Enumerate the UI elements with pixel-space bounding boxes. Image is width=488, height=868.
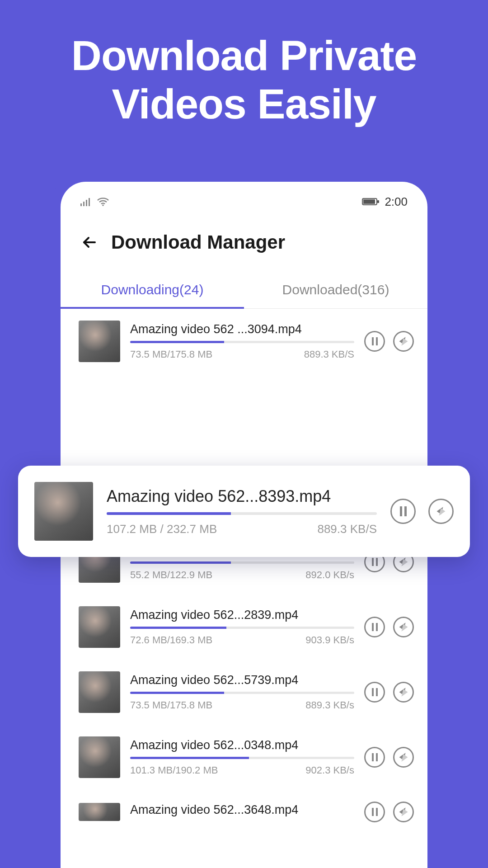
pause-icon <box>372 753 378 761</box>
download-info: Amazing video 562...8393.mp4 107.2 MB / … <box>107 487 377 536</box>
pause-icon <box>372 623 378 631</box>
pause-button[interactable] <box>364 802 385 822</box>
download-speed: 903.9 KB/s <box>305 634 354 646</box>
progress-bar <box>107 512 377 515</box>
compass-icon <box>397 556 410 568</box>
page-title: Download Manager <box>111 231 285 253</box>
video-thumbnail <box>79 803 120 821</box>
download-speed: 889.3 KB/s <box>305 699 354 711</box>
download-row[interactable]: Amazing video 562...5739.mp4 73.5 MB/175… <box>61 660 427 725</box>
progress-bar <box>130 341 354 343</box>
download-speed: 889.3 KB/S <box>304 349 354 360</box>
download-row-highlighted[interactable]: Amazing video 562...8393.mp4 107.2 MB / … <box>18 466 470 557</box>
row-actions <box>390 499 454 524</box>
browse-button[interactable] <box>393 682 414 703</box>
video-thumbnail <box>34 482 93 541</box>
row-actions <box>364 747 414 768</box>
progress-fill <box>107 512 231 515</box>
pause-button[interactable] <box>390 499 416 524</box>
pause-button[interactable] <box>364 331 385 352</box>
hero-headline: Download Private Videos Easily <box>0 0 488 128</box>
file-name: Amazing video 562 ...3094.mp4 <box>130 322 354 336</box>
download-speed: 892.0 KB/s <box>305 569 354 581</box>
progress-fill <box>130 692 224 694</box>
compass-icon <box>397 335 410 348</box>
back-button[interactable] <box>79 231 100 253</box>
pause-icon <box>372 808 378 816</box>
compass-icon <box>397 806 410 818</box>
file-size: 73.5 MB/175.8 MB <box>130 699 212 711</box>
browse-button[interactable] <box>428 499 454 524</box>
download-row[interactable]: Amazing video 562...2839.mp4 72.6 MB/169… <box>61 594 427 660</box>
video-thumbnail <box>79 606 120 648</box>
browse-button[interactable] <box>393 802 414 822</box>
tab-downloading[interactable]: Downloading(24) <box>61 272 244 308</box>
download-meta: 107.2 MB / 232.7 MB 889.3 KB/S <box>107 522 377 536</box>
svg-rect-7 <box>377 200 379 203</box>
download-speed: 889.3 KB/S <box>317 522 377 536</box>
progress-bar <box>130 692 354 694</box>
download-speed: 902.3 KB/s <box>305 764 354 776</box>
download-row[interactable]: Amazing video 562 ...3094.mp4 73.5 MB/17… <box>61 309 427 374</box>
hero-line2: Videos Easily <box>0 80 488 128</box>
svg-rect-1 <box>83 202 84 206</box>
file-size: 72.6 MB/169.3 MB <box>130 634 212 646</box>
progress-bar <box>130 627 354 629</box>
progress-fill <box>130 341 224 343</box>
tab-downloaded[interactable]: Downloaded(316) <box>244 272 427 308</box>
compass-icon <box>435 505 447 518</box>
status-time: 2:00 <box>385 195 408 209</box>
svg-rect-3 <box>89 198 90 206</box>
file-size: 107.2 MB / 232.7 MB <box>107 522 217 536</box>
row-actions <box>364 802 414 822</box>
download-info: Amazing video 562...0348.mp4 101.3 MB/19… <box>130 738 354 776</box>
video-thumbnail <box>79 736 120 778</box>
download-row[interactable]: Amazing video 562...3648.mp4 <box>61 790 427 822</box>
status-bar: 2:00 <box>61 182 427 213</box>
pause-icon <box>400 506 407 516</box>
browse-button[interactable] <box>393 747 414 768</box>
row-actions <box>364 682 414 703</box>
file-size: 73.5 MB/175.8 MB <box>130 349 212 360</box>
progress-fill <box>130 627 226 629</box>
app-header: Download Manager <box>61 213 427 262</box>
svg-rect-0 <box>80 203 82 206</box>
svg-rect-6 <box>363 199 375 204</box>
battery-icon <box>362 197 380 206</box>
wifi-icon <box>97 197 109 206</box>
download-meta: 72.6 MB/169.3 MB 903.9 KB/s <box>130 634 354 646</box>
pause-icon <box>372 337 378 345</box>
download-info: Amazing video 562...2839.mp4 72.6 MB/169… <box>130 608 354 646</box>
video-thumbnail <box>79 321 120 362</box>
file-name: Amazing video 562...2839.mp4 <box>130 608 354 622</box>
row-actions <box>364 617 414 637</box>
file-name: Amazing video 562...5739.mp4 <box>130 673 354 687</box>
download-info: Amazing video 562...5739.mp4 73.5 MB/175… <box>130 673 354 711</box>
download-meta: 55.2 MB/122.9 MB 892.0 KB/s <box>130 569 354 581</box>
pause-button[interactable] <box>364 682 385 703</box>
row-actions <box>364 331 414 352</box>
arrow-left-icon <box>80 233 99 251</box>
svg-point-4 <box>102 204 104 206</box>
download-meta: 73.5 MB/175.8 MB 889.3 KB/S <box>130 349 354 360</box>
download-info: Amazing video 562...3648.mp4 <box>130 803 354 821</box>
file-size: 55.2 MB/122.9 MB <box>130 569 212 581</box>
pause-button[interactable] <box>364 747 385 768</box>
svg-rect-2 <box>86 200 87 206</box>
compass-icon <box>397 751 410 764</box>
browse-button[interactable] <box>393 331 414 352</box>
file-name: Amazing video 562...8393.mp4 <box>107 487 377 506</box>
pause-icon <box>372 558 378 566</box>
compass-icon <box>397 686 410 698</box>
download-meta: 101.3 MB/190.2 MB 902.3 KB/s <box>130 764 354 776</box>
file-name: Amazing video 562...3648.mp4 <box>130 803 354 817</box>
file-name: Amazing video 562...0348.mp4 <box>130 738 354 752</box>
file-size: 101.3 MB/190.2 MB <box>130 764 218 776</box>
tabs: Downloading(24) Downloaded(316) <box>61 272 427 309</box>
progress-bar <box>130 561 354 564</box>
pause-button[interactable] <box>364 617 385 637</box>
progress-fill <box>130 757 249 759</box>
browse-button[interactable] <box>393 617 414 637</box>
video-thumbnail <box>79 671 120 713</box>
download-row[interactable]: Amazing video 562...0348.mp4 101.3 MB/19… <box>61 725 427 790</box>
